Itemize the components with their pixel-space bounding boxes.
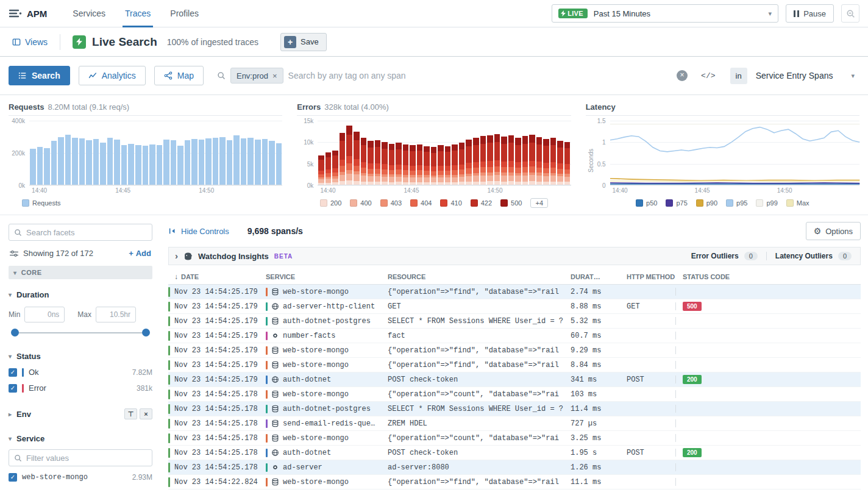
- zoom-out-button[interactable]: [841, 4, 859, 23]
- bar[interactable]: [114, 140, 120, 185]
- facet-value-web-store-mongo[interactable]: ✓ web-store-mongo 2.93M: [9, 473, 152, 482]
- legend-item-403[interactable]: 403: [380, 199, 402, 207]
- stacked-bar[interactable]: [396, 143, 402, 185]
- table-row[interactable]: Nov 23 14:54:25.179web-store-mongo{"oper…: [168, 358, 861, 372]
- stacked-bar[interactable]: [480, 136, 486, 185]
- bar[interactable]: [276, 143, 282, 185]
- legend-item-p90[interactable]: p90: [696, 199, 717, 207]
- stacked-bar[interactable]: [431, 147, 437, 185]
- code-view-icon[interactable]: </>: [701, 71, 715, 80]
- stacked-bar[interactable]: [403, 144, 409, 185]
- span-search-input[interactable]: [288, 71, 672, 80]
- legend-item-500[interactable]: 500: [500, 199, 522, 207]
- tab-analytics[interactable]: Analytics: [79, 66, 146, 85]
- datadog-logo-icon[interactable]: [9, 7, 22, 20]
- bar[interactable]: [177, 146, 183, 185]
- stacked-bar[interactable]: [501, 137, 507, 185]
- bar[interactable]: [128, 144, 134, 185]
- stacked-bar[interactable]: [508, 135, 514, 185]
- legend-item-400[interactable]: 400: [350, 199, 371, 207]
- table-row[interactable]: Nov 23 14:54:25.179auth-dotnetPOST check…: [168, 372, 861, 387]
- stacked-bar[interactable]: [375, 140, 381, 185]
- bar[interactable]: [233, 135, 240, 185]
- bar[interactable]: [262, 139, 268, 185]
- service-filter-input[interactable]: [26, 454, 147, 463]
- tab-search[interactable]: Search: [9, 66, 70, 85]
- bar[interactable]: [100, 143, 106, 185]
- tab-map[interactable]: Map: [154, 66, 204, 85]
- table-row[interactable]: Nov 23 14:54:25.178web-store-mongo{"oper…: [168, 387, 861, 402]
- facet-value-ok[interactable]: ✓ Ok 7.82M: [9, 368, 152, 377]
- stacked-bar[interactable]: [346, 126, 352, 185]
- stacked-bar[interactable]: [452, 144, 458, 185]
- stacked-bar[interactable]: [445, 146, 451, 185]
- stacked-bar[interactable]: [424, 146, 430, 185]
- table-row[interactable]: Nov 23 14:54:25.178web-store-mongo{"oper…: [168, 431, 861, 446]
- facet-value-error[interactable]: ✓ Error 381k: [9, 383, 152, 393]
- table-row[interactable]: Nov 23 14:54:25.179web-store-mongo{"oper…: [168, 285, 861, 299]
- duration-min-input[interactable]: [24, 307, 65, 322]
- stacked-bar[interactable]: [529, 135, 535, 185]
- time-range-dropdown[interactable]: LIVE Past 15 Minutes ▾: [552, 4, 778, 23]
- column-header-status-code[interactable]: STATUS CODE: [675, 269, 861, 284]
- stacked-bar[interactable]: [332, 151, 338, 185]
- facet-duration-header[interactable]: ▾ Duration: [9, 290, 152, 299]
- stacked-bar[interactable]: [438, 145, 444, 185]
- stacked-bar[interactable]: [326, 152, 332, 185]
- table-row[interactable]: Nov 23 14:54:25.178ad-serverad-server:80…: [168, 460, 861, 475]
- stacked-bar[interactable]: [494, 134, 500, 185]
- stacked-bar[interactable]: [515, 138, 521, 185]
- bar[interactable]: [255, 140, 261, 185]
- filter-tag-pill[interactable]: Env:prod ×: [230, 68, 283, 84]
- bar[interactable]: [86, 140, 92, 185]
- stacked-bar[interactable]: [564, 142, 571, 185]
- env-remove-button[interactable]: ×: [140, 408, 152, 419]
- stacked-bar[interactable]: [466, 140, 472, 185]
- facet-env-header[interactable]: ▸ Env ⊤ ×: [9, 408, 152, 419]
- save-button[interactable]: + Save: [280, 33, 327, 51]
- nav-item-profiles[interactable]: Profiles: [160, 0, 208, 27]
- column-header-http-method[interactable]: HTTP METHOD: [627, 273, 675, 280]
- pause-button[interactable]: Pause: [786, 4, 834, 23]
- bar[interactable]: [93, 139, 99, 185]
- error-outliers-label[interactable]: Error Outliers: [691, 252, 739, 260]
- legend-item-Requests[interactable]: Requests: [22, 199, 60, 207]
- bar[interactable]: [143, 146, 149, 185]
- legend-item-Max[interactable]: Max: [786, 199, 809, 207]
- stacked-bar[interactable]: [543, 139, 549, 185]
- core-section-header[interactable]: ▾ CORE: [9, 266, 152, 279]
- legend-item-404[interactable]: 404: [410, 199, 432, 207]
- hide-controls-button[interactable]: Hide Controls: [168, 227, 229, 236]
- legend-item-410[interactable]: 410: [440, 199, 461, 207]
- stacked-bar[interactable]: [361, 138, 367, 185]
- bar[interactable]: [37, 147, 43, 185]
- nav-item-traces[interactable]: Traces: [115, 0, 160, 27]
- table-row[interactable]: Nov 23 14:54:25.179ad-server-http-client…: [168, 299, 861, 314]
- nav-item-services[interactable]: Services: [63, 0, 115, 27]
- options-button[interactable]: ⚙ Options: [806, 222, 861, 240]
- bar[interactable]: [163, 140, 169, 185]
- bar[interactable]: [157, 145, 163, 185]
- column-header-date[interactable]: ↓ DATE: [174, 272, 266, 281]
- bar[interactable]: [191, 139, 197, 185]
- stacked-bar[interactable]: [487, 135, 493, 185]
- facet-status-header[interactable]: ▾ Status: [9, 352, 152, 361]
- bar[interactable]: [185, 140, 191, 185]
- bar[interactable]: [44, 148, 50, 185]
- stacked-bar[interactable]: [389, 144, 395, 185]
- bar[interactable]: [171, 140, 177, 185]
- stacked-bar[interactable]: [340, 134, 346, 186]
- legend-item-200[interactable]: 200: [320, 199, 341, 207]
- table-row[interactable]: Nov 23 14:54:25.179web-store-mongo{"oper…: [168, 343, 861, 358]
- legend-item-p50[interactable]: p50: [636, 199, 657, 207]
- add-facet-button[interactable]: +Add: [129, 249, 151, 258]
- bar[interactable]: [79, 138, 85, 185]
- slider-handle-max[interactable]: [142, 329, 150, 337]
- remove-tag-icon[interactable]: ×: [272, 71, 277, 80]
- span-search-field[interactable]: Env:prod × × </>: [217, 68, 724, 84]
- stacked-bar[interactable]: [536, 137, 542, 185]
- legend-item-422[interactable]: 422: [471, 199, 492, 207]
- stacked-bar[interactable]: [417, 144, 423, 185]
- stacked-bar[interactable]: [550, 138, 557, 185]
- bar[interactable]: [205, 138, 212, 185]
